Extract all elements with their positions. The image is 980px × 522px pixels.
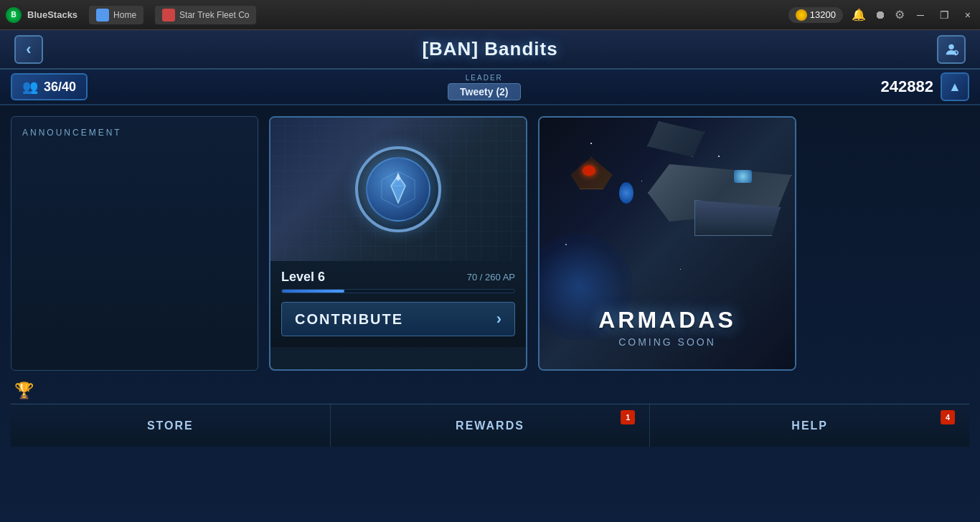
contribute-chevron: › (496, 310, 501, 328)
enemy-ship (568, 157, 615, 189)
alliance-info: Level 6 70 / 260 AP CONTRIBUTE › (270, 261, 526, 347)
armadas-title: ARMADAS (598, 307, 736, 333)
leader-label: LEADER (466, 74, 503, 82)
members-count: 36/40 (44, 80, 76, 95)
game-header: ‹ [BAN] Bandits (0, 30, 980, 70)
title-bar-left: B BlueStacks Home Star Trek Fleet Co (6, 6, 256, 24)
store-tab-label: STORE (147, 419, 194, 432)
home-tab-label: Home (113, 10, 136, 20)
store-tab[interactable]: STORE (11, 404, 331, 447)
members-icon: 👥 (22, 79, 38, 95)
armadas-subtitle: COMING SOON (618, 336, 716, 348)
stats-bar: 👥 36/40 LEADER Tweety (2) 242882 ▲ (0, 70, 980, 105)
alliance-emblem (355, 146, 441, 232)
emblem-symbol-svg (380, 170, 416, 209)
contribute-button[interactable]: CONTRIBUTE › (281, 302, 515, 336)
announcement-panel: ANNOUNCEMENT (11, 116, 258, 371)
leader-section: LEADER Tweety (2) (95, 74, 874, 100)
rank-icon: ▲ (948, 80, 961, 95)
level-text: Level 6 (281, 270, 325, 285)
bluestacks-brand: BlueStacks (27, 9, 77, 20)
bluestacks-logo: B (6, 7, 22, 23)
alliance-card-background (270, 118, 526, 261)
home-tab-icon (96, 9, 109, 22)
leader-name: Tweety (2) (460, 86, 508, 98)
rewards-badge: 1 (621, 410, 635, 424)
armadas-background: ARMADAS COMING SOON (540, 118, 795, 369)
leader-name-box: Tweety (2) (448, 83, 520, 100)
xp-bar-fill (282, 290, 344, 293)
xp-bar-background (281, 289, 515, 293)
alliance-trophy-icon: 🏆 (14, 381, 34, 400)
coin-badge: 13200 (788, 7, 843, 23)
guild-settings-button[interactable] (937, 35, 966, 64)
rewards-tab-label: REWARDS (456, 419, 524, 432)
record-icon[interactable]: ⏺ (875, 9, 886, 22)
score-section: 242882 ▲ (881, 72, 969, 101)
svg-point-0 (948, 44, 953, 49)
close-button[interactable]: × (961, 8, 974, 22)
minimize-button[interactable]: ─ (913, 8, 928, 22)
help-tab-label: HELP (791, 419, 828, 432)
alliance-icon-bar: 🏆 (11, 378, 969, 404)
armadas-card[interactable]: ARMADAS COMING SOON (538, 116, 796, 371)
main-content: ANNOUNCEMENT (0, 105, 980, 378)
background-ship (647, 121, 705, 157)
game-tab[interactable]: Star Trek Fleet Co (155, 6, 256, 24)
coin-icon (796, 9, 807, 21)
help-badge: 4 (941, 410, 955, 424)
emblem-outer (355, 146, 441, 232)
rank-button[interactable]: ▲ (941, 72, 969, 101)
rewards-tab[interactable]: REWARDS 1 (331, 404, 651, 447)
bottom-tabs: STORE REWARDS 1 HELP 4 (11, 404, 969, 447)
score-value: 242882 (881, 77, 933, 96)
ap-text: 70 / 260 AP (467, 272, 515, 283)
game-tab-icon (162, 9, 175, 22)
notification-icon[interactable]: 🔔 (852, 8, 866, 22)
game-tab-label: Star Trek Fleet Co (179, 10, 249, 20)
title-bar-right: 13200 🔔 ⏺ ⚙ ─ ❐ × (788, 7, 974, 23)
level-row: Level 6 70 / 260 AP (281, 270, 515, 285)
back-button[interactable]: ‹ (14, 35, 43, 64)
home-tab[interactable]: Home (89, 6, 143, 24)
members-box: 👥 36/40 (11, 73, 88, 100)
person-settings-icon (943, 42, 959, 57)
emblem-inner (366, 157, 430, 222)
alliance-level-card[interactable]: Level 6 70 / 260 AP CONTRIBUTE › (269, 116, 527, 371)
guild-title: [BAN] Bandits (422, 38, 557, 60)
settings-icon[interactable]: ⚙ (895, 8, 905, 22)
title-bar: B BlueStacks Home Star Trek Fleet Co 132… (0, 0, 980, 30)
announcement-title: ANNOUNCEMENT (22, 128, 247, 138)
help-tab[interactable]: HELP 4 (650, 404, 969, 447)
coin-amount: 13200 (810, 9, 836, 20)
contribute-label: CONTRIBUTE (295, 311, 403, 328)
game-area: ‹ [BAN] Bandits 👥 36/40 LEADER Tweety (2… (0, 30, 980, 522)
bottom-section: 🏆 STORE REWARDS 1 HELP 4 (0, 378, 980, 447)
large-ship (616, 128, 795, 272)
restore-button[interactable]: ❐ (936, 8, 953, 22)
